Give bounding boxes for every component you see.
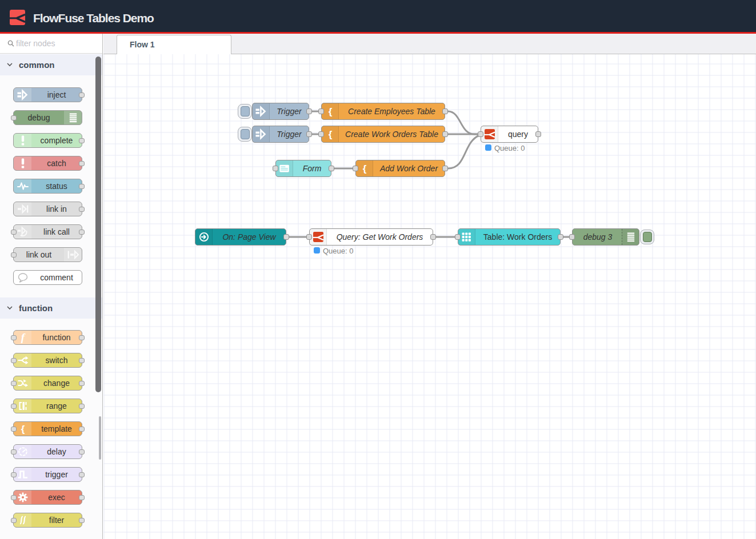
svg-text:f: f [21,332,25,343]
svg-text:{: { [362,163,366,174]
svg-text:{: { [328,129,332,140]
svg-text:{: { [328,106,332,117]
svg-text:{: { [21,424,25,435]
